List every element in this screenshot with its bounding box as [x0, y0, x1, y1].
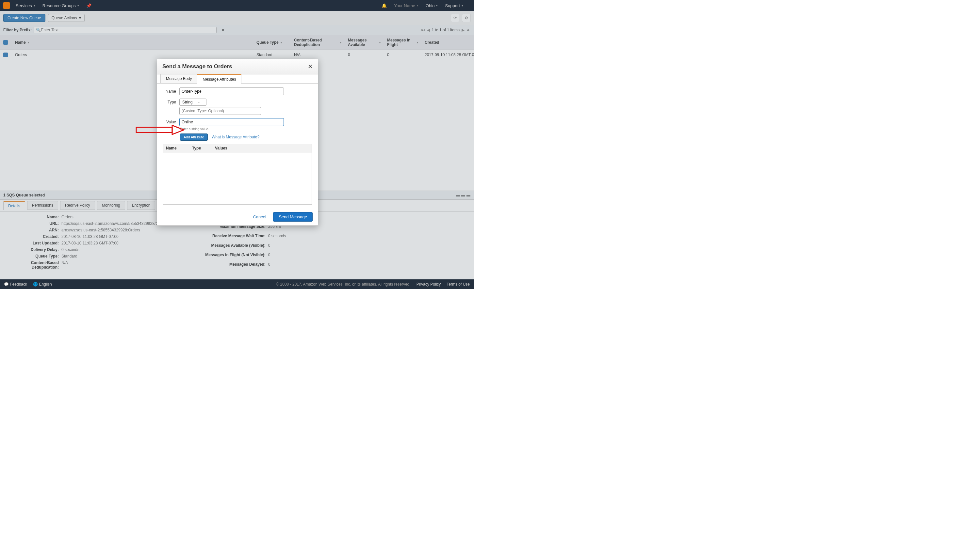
page-last-icon[interactable]: ⏭: [466, 28, 470, 32]
modal-title: Send a Message to Orders: [162, 63, 232, 70]
attr-type-dropdown[interactable]: String▾: [179, 98, 207, 106]
layout-icon-3[interactable]: ▬: [466, 193, 470, 197]
cancel-button[interactable]: Cancel: [253, 214, 266, 219]
attr-table-header: Name Type Values: [163, 144, 312, 152]
attr-col-values: Values: [212, 144, 230, 152]
col-messages-in-flight[interactable]: Messages in Flight▾: [384, 35, 422, 50]
page-first-icon[interactable]: ⏮: [421, 28, 425, 32]
filter-label: Filter by Prefix:: [3, 28, 32, 32]
nav-support[interactable]: Support▾: [445, 3, 463, 8]
detail-qtype-label: Queue Type:: [6, 254, 59, 258]
page-next-icon[interactable]: ▶: [461, 28, 465, 32]
select-all-checkbox[interactable]: [3, 40, 8, 45]
detail-flight-label: Messages in Flight (Not Visible):: [194, 253, 266, 260]
row-dedup: N/A: [291, 50, 345, 60]
custom-type-input[interactable]: [179, 107, 261, 115]
footer-copyright: © 2008 - 2017, Amazon Web Services, Inc.…: [276, 282, 410, 287]
send-message-button[interactable]: Send Message: [273, 212, 313, 222]
detail-qtype-value: Standard: [61, 254, 167, 258]
detail-name-label: Name:: [6, 215, 59, 219]
detail-dedup-label: Content-Based Deduplication:: [6, 260, 59, 270]
attr-col-type: Type: [189, 144, 212, 152]
nav-services[interactable]: Services▾: [16, 3, 35, 8]
feedback-link[interactable]: 💬 Feedback: [4, 282, 27, 287]
detail-delayed-label: Messages Delayed:: [194, 262, 266, 270]
filter-search[interactable]: 🔍: [33, 27, 216, 33]
top-navigation: Services▾ Resource Groups▾ 📌 🔔 Your Name…: [0, 0, 474, 11]
action-bar: Create New Queue Queue Actions▾ ⟳ ⚙: [0, 11, 474, 25]
what-is-link[interactable]: What is Message Attribute?: [212, 135, 259, 140]
detail-delay-value: 0 seconds: [61, 247, 167, 252]
row-avail: 0: [345, 50, 384, 60]
detail-avail-value: 0: [268, 243, 286, 251]
filter-bar: Filter by Prefix: 🔍 ✕ ⏮ ◀ 1 to 1 of 1 it…: [0, 25, 474, 35]
attr-name-input[interactable]: [179, 87, 284, 95]
pagination: ⏮ ◀ 1 to 1 of 1 items ▶ ⏭: [421, 28, 470, 32]
page-status: 1 to 1 of 1 items: [432, 28, 460, 32]
detail-name-value: Orders: [61, 215, 167, 219]
attr-col-name: Name: [163, 144, 189, 152]
row-created: 2017-08-10 11:03:28 GMT-07:00: [422, 50, 474, 60]
attr-name-label: Name: [163, 89, 176, 94]
search-icon: 🔍: [36, 28, 41, 32]
refresh-icon[interactable]: ⟳: [451, 14, 459, 22]
col-name[interactable]: Name▾: [12, 35, 253, 50]
nav-region[interactable]: Ohio▾: [426, 3, 438, 8]
detail-dedup-value: N/A: [61, 260, 167, 270]
aws-logo-icon[interactable]: [3, 2, 10, 9]
detail-updated-label: Last Updated:: [6, 241, 59, 246]
create-new-queue-button[interactable]: Create New Queue: [3, 14, 45, 22]
col-dedup[interactable]: Content-Based Deduplication▾: [291, 35, 345, 50]
attr-table-body: [163, 152, 312, 205]
detail-url-label: URL:: [6, 221, 59, 226]
page-prev-icon[interactable]: ◀: [427, 28, 430, 32]
detail-delay-label: Delivery Delay:: [6, 247, 59, 252]
value-hint: Enter a string value.: [180, 127, 312, 131]
footer: 💬 Feedback 🌐 English © 2008 - 2017, Amaz…: [0, 279, 474, 289]
close-icon[interactable]: ✕: [308, 63, 313, 70]
detail-created-value: 2017-08-10 11:03:28 GMT-07:00: [61, 234, 167, 239]
language-link[interactable]: 🌐 English: [33, 282, 52, 287]
attr-value-label: Value: [163, 120, 176, 124]
tab-encryption[interactable]: Encryption: [127, 201, 156, 210]
attr-type-label: Type: [163, 98, 176, 105]
detail-arn-value: arn:aws:sqs:us-east-2:585534329928:Order…: [61, 228, 167, 232]
detail-avail-label: Messages Available (Visible):: [194, 243, 266, 251]
col-queue-type[interactable]: Queue Type▾: [253, 35, 291, 50]
detail-updated-value: 2017-08-10 11:03:28 GMT-07:00: [61, 241, 167, 246]
row-queue-type: Standard: [253, 50, 291, 60]
tab-message-attributes[interactable]: Message Attributes: [197, 75, 242, 84]
bell-icon[interactable]: 🔔: [382, 3, 387, 8]
row-checkbox[interactable]: [3, 52, 8, 57]
detail-url-value: https://sqs.us-east-2.amazonaws.com/5855…: [61, 221, 167, 226]
terms-of-use-link[interactable]: Terms of Use: [447, 282, 470, 287]
detail-wait-value: 0 seconds: [268, 234, 286, 241]
filter-input[interactable]: [41, 28, 214, 32]
queue-table-header: Name▾ Queue Type▾ Content-Based Deduplic…: [0, 35, 474, 50]
layout-icon-2[interactable]: ▬: [461, 193, 465, 197]
row-flight: 0: [384, 50, 422, 60]
detail-arn-label: ARN:: [6, 228, 59, 232]
tab-message-body[interactable]: Message Body: [161, 74, 197, 83]
detail-created-label: Created:: [6, 234, 59, 239]
tab-monitoring[interactable]: Monitoring: [97, 201, 125, 210]
attr-value-input[interactable]: [179, 118, 284, 126]
col-created[interactable]: Created: [422, 35, 474, 50]
row-name: Orders: [12, 50, 253, 60]
privacy-policy-link[interactable]: Privacy Policy: [417, 282, 441, 287]
tab-permissions[interactable]: Permissions: [27, 201, 58, 210]
send-message-modal: Send a Message to Orders ✕ Message Body …: [157, 59, 318, 226]
clear-filter-icon[interactable]: ✕: [220, 27, 226, 33]
tab-details[interactable]: Details: [3, 201, 25, 210]
tab-redrive-policy[interactable]: Redrive Policy: [60, 201, 95, 210]
nav-pin-icon[interactable]: 📌: [86, 3, 91, 8]
nav-resource-groups[interactable]: Resource Groups▾: [43, 3, 79, 8]
detail-delayed-value: 0: [268, 262, 286, 270]
detail-flight-value: 0: [268, 253, 286, 260]
add-attribute-button[interactable]: Add Attribute: [180, 133, 208, 141]
col-messages-available[interactable]: Messages Available▾: [345, 35, 384, 50]
settings-gear-icon[interactable]: ⚙: [462, 14, 470, 22]
layout-icon-1[interactable]: ▬: [456, 193, 460, 197]
nav-username[interactable]: Your Name▾: [394, 3, 418, 8]
queue-actions-button[interactable]: Queue Actions▾: [48, 14, 84, 22]
